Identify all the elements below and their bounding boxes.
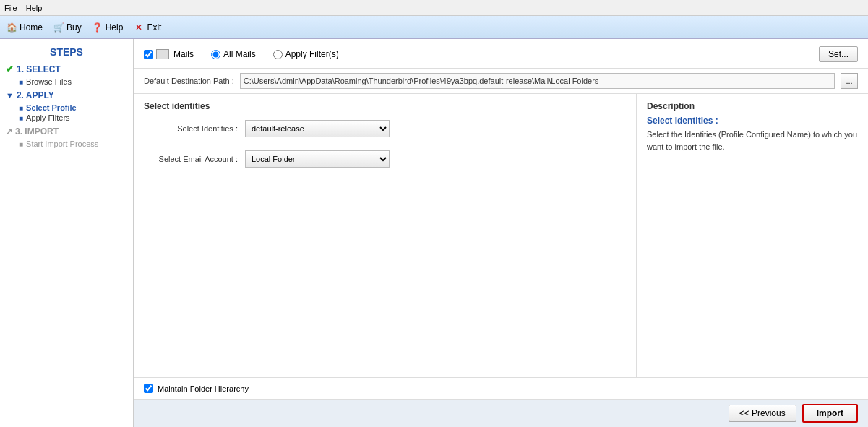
options-bar: Mails All Mails Apply Filter(s) Set... <box>134 39 868 69</box>
home-label: Home <box>20 22 43 33</box>
step3-start-import: ■ Start Import Process <box>6 139 127 148</box>
destination-path-input[interactable] <box>240 73 835 89</box>
step1-browse-label: Browse Files <box>26 77 72 86</box>
step2-select-profile-label: Select Profile <box>26 103 77 112</box>
step2-arrow-icon: ▼ <box>6 91 14 100</box>
previous-button[interactable]: << Previous <box>729 405 796 422</box>
steps-title: STEPS <box>6 46 127 58</box>
import-button[interactable]: Import <box>802 404 858 423</box>
help-label: Help <box>106 22 124 33</box>
help-menu[interactable]: Help <box>26 4 43 12</box>
step3-header: ↗ 3. IMPORT <box>6 126 127 137</box>
help-icon: ❓ <box>92 22 103 33</box>
all-mails-radio[interactable] <box>211 50 220 59</box>
step1-check-icon: ✔ <box>6 64 14 74</box>
all-mails-radio-group: All Mails <box>211 49 256 59</box>
step1-browse-files[interactable]: ■ Browse Files <box>6 77 127 86</box>
help-toolbar-item[interactable]: ❓ Help <box>92 22 124 33</box>
home-icon: 🏠 <box>6 22 17 33</box>
right-column: Description Select Identities : Select t… <box>637 94 868 377</box>
step2-apply-filters-label: Apply Filters <box>26 113 70 122</box>
bottom-area: Maintain Folder Hierarchy <box>134 378 868 400</box>
step1-label: 1. SELECT <box>17 64 61 74</box>
description-link[interactable]: Select Identities : <box>647 116 858 126</box>
main-container: STEPS ✔ 1. SELECT ■ Browse Files ▼ 2. AP… <box>0 39 868 427</box>
exit-label: Exit <box>147 22 161 33</box>
exit-toolbar-item[interactable]: ✕ Exit <box>133 22 161 33</box>
title-bar: File Help <box>0 0 868 16</box>
footer-bar: << Previous Import <box>134 400 868 427</box>
identities-label: Select Identities : <box>144 124 238 133</box>
cart-icon: 🛒 <box>53 22 64 33</box>
exit-icon: ✕ <box>133 22 145 33</box>
step3-start-import-label: Start Import Process <box>26 139 98 148</box>
step1-header: ✔ 1. SELECT <box>6 64 127 74</box>
browse-button[interactable]: ... <box>841 73 858 89</box>
destination-label: Default Destination Path : <box>144 77 234 85</box>
description-title: Description <box>647 101 858 111</box>
step2-select-profile[interactable]: ■ Select Profile <box>6 103 127 112</box>
home-toolbar-item[interactable]: 🏠 Home <box>6 22 43 33</box>
file-menu[interactable]: File <box>4 4 17 12</box>
step3-bullet-icon: ■ <box>19 140 23 148</box>
mails-label: Mails <box>173 49 194 59</box>
content-area: Mails All Mails Apply Filter(s) Set... D… <box>134 39 868 427</box>
maintain-hierarchy-row: Maintain Folder Hierarchy <box>144 384 249 393</box>
step2-label: 2. APPLY <box>17 90 54 100</box>
set-button[interactable]: Set... <box>819 46 858 62</box>
sidebar: STEPS ✔ 1. SELECT ■ Browse Files ▼ 2. AP… <box>0 39 134 427</box>
buy-label: Buy <box>66 22 82 33</box>
apply-filters-radio-group: Apply Filter(s) <box>273 49 339 59</box>
mails-checkbox[interactable] <box>144 50 153 59</box>
identities-select[interactable]: default-release <box>245 120 390 137</box>
apply-filters-radio[interactable] <box>273 50 283 59</box>
left-column: Select identities Select Identities : de… <box>134 94 637 377</box>
email-label: Select Email Account : <box>144 155 238 163</box>
step2-bullet1-icon: ■ <box>19 104 23 112</box>
buy-toolbar-item[interactable]: 🛒 Buy <box>53 22 82 33</box>
two-column-section: Select identities Select Identities : de… <box>134 94 868 378</box>
destination-path-row: Default Destination Path : ... <box>134 69 868 94</box>
mails-checkbox-group: Mails <box>144 49 194 59</box>
email-account-select[interactable]: Local Folder <box>245 150 390 168</box>
description-body: Select the Identities (Profile Configure… <box>647 130 857 151</box>
step2-bullet2-icon: ■ <box>19 114 23 122</box>
step2-apply-filters[interactable]: ■ Apply Filters <box>6 113 127 122</box>
step1-bullet-icon: ■ <box>19 78 23 86</box>
apply-filters-label: Apply Filter(s) <box>285 49 339 59</box>
step3-label: 3. IMPORT <box>15 126 59 137</box>
email-account-row: Select Email Account : Local Folder <box>144 150 626 168</box>
identities-row: Select Identities : default-release <box>144 120 626 137</box>
mail-icon <box>156 49 169 59</box>
all-mails-label: All Mails <box>223 49 256 59</box>
step2-header: ▼ 2. APPLY <box>6 90 127 100</box>
maintain-hierarchy-label: Maintain Folder Hierarchy <box>158 384 249 393</box>
toolbar: 🏠 Home 🛒 Buy ❓ Help ✕ Exit <box>0 16 868 39</box>
select-identities-title: Select identities <box>144 101 626 111</box>
maintain-hierarchy-checkbox[interactable] <box>144 384 153 393</box>
step3-arrow-icon: ↗ <box>6 127 12 137</box>
